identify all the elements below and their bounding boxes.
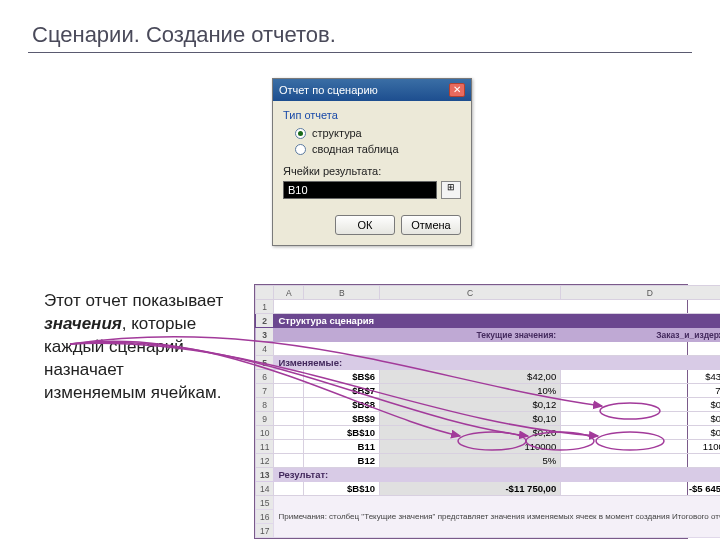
table-cell: $0,12 xyxy=(380,398,561,412)
dialog-title: Отчет по сценарию xyxy=(279,84,378,96)
table-cell: -$5 645,00 xyxy=(561,482,720,496)
cell-label: $B$7 xyxy=(304,384,380,398)
range-picker-icon[interactable]: ⊞ xyxy=(441,181,461,199)
explain-p1: Этот отчет показывает xyxy=(44,291,223,310)
explain-em: значения xyxy=(44,314,122,333)
radio-pivot[interactable]: сводная таблица xyxy=(283,141,461,157)
radio-structure-label: структура xyxy=(312,127,362,139)
table-cell: $0,10 xyxy=(380,412,561,426)
col-current: Текущие значения: xyxy=(380,328,561,342)
col-order: Заказ_и_издержки xyxy=(561,328,720,342)
table-cell: 110000 xyxy=(380,440,561,454)
group-label-report-type: Тип отчета xyxy=(283,109,461,121)
cancel-button[interactable]: Отмена xyxy=(401,215,461,235)
table-cell: 5% xyxy=(380,454,561,468)
close-icon[interactable]: ✕ xyxy=(449,83,465,97)
cell-label: $B$10 xyxy=(304,482,380,496)
cell-label: $B$8 xyxy=(304,398,380,412)
dialog-titlebar: Отчет по сценарию ✕ xyxy=(273,79,471,101)
table-cell: $43,00 xyxy=(561,370,720,384)
cell-label: $B$10 xyxy=(304,426,380,440)
radio-structure[interactable]: структура xyxy=(283,125,461,141)
scenario-report-dialog: Отчет по сценарию ✕ Тип отчета структура… xyxy=(272,78,472,246)
result-cells-input[interactable] xyxy=(283,181,437,199)
report-footnote: Примечания: столбец "Текущие значения" п… xyxy=(274,496,720,538)
table-cell: $0,20 xyxy=(561,426,720,440)
cell-label: B11 xyxy=(304,440,380,454)
col-c: C xyxy=(380,286,561,300)
scenario-report-table: A B C D E F G 1 2Структура сценария 3 Те… xyxy=(254,284,688,539)
table-cell: $0,10 xyxy=(561,412,720,426)
radio-icon xyxy=(295,128,306,139)
cell-label: B12 xyxy=(304,454,380,468)
table-cell: 5% xyxy=(561,454,720,468)
report-title-band: Структура сценария xyxy=(274,314,720,328)
radio-icon xyxy=(295,144,306,155)
section-changeable: Изменяемые: xyxy=(274,356,720,370)
result-cells-label: Ячейки результата: xyxy=(283,165,461,177)
table-cell: -$11 750,00 xyxy=(380,482,561,496)
table-cell: 73% xyxy=(561,384,720,398)
table-cell: 110000 xyxy=(561,440,720,454)
col-d: D xyxy=(561,286,720,300)
ok-button[interactable]: ОК xyxy=(335,215,395,235)
slide-title: Сценарии. Создание отчетов. xyxy=(32,22,336,48)
cell-label: $B$6 xyxy=(304,370,380,384)
section-result: Результат: xyxy=(274,468,720,482)
col-b: B xyxy=(304,286,380,300)
table-cell: 10% xyxy=(380,384,561,398)
radio-pivot-label: сводная таблица xyxy=(312,143,399,155)
title-underline xyxy=(28,52,692,53)
table-cell: $0,12 xyxy=(561,398,720,412)
cell-label: $B$9 xyxy=(304,412,380,426)
table-cell: $0,20 xyxy=(380,426,561,440)
table-cell: $42,00 xyxy=(380,370,561,384)
col-a: A xyxy=(274,286,304,300)
explanation-text: Этот отчет показывает значения, которые … xyxy=(44,290,229,405)
